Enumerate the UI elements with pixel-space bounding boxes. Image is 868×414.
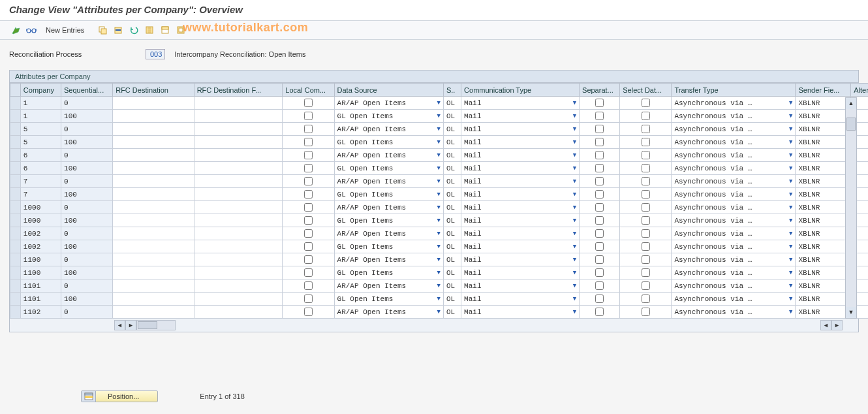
chevron-down-icon[interactable]: ▼ [573,113,576,119]
cell-separ[interactable] [580,188,620,201]
cell-rfcdestf[interactable] [194,188,283,201]
seldat-checkbox[interactable] [642,255,650,264]
chevron-down-icon[interactable]: ▼ [437,257,441,263]
chevron-down-icon[interactable]: ▼ [789,126,792,133]
col-alt[interactable]: Alternativ... [851,84,868,97]
cell-datasrc[interactable]: GL Open Items▼ [334,293,443,306]
cell-rfcdest[interactable] [113,240,194,253]
cell-separ[interactable] [580,136,620,149]
local-checkbox[interactable] [304,125,313,133]
cell-company[interactable]: 1102 [20,306,61,319]
chevron-down-icon[interactable]: ▼ [789,217,792,224]
chevron-down-icon[interactable]: ▼ [789,309,792,315]
local-checkbox[interactable] [304,216,313,225]
row-selector[interactable] [10,188,21,201]
cell-rfcdestf[interactable] [194,162,283,175]
chevron-down-icon[interactable]: ▼ [573,191,576,198]
position-button[interactable]: Position... [81,390,158,402]
cell-s[interactable]: OL [443,201,461,214]
chevron-down-icon[interactable]: ▼ [437,309,441,315]
cell-seq[interactable]: 0 [61,253,113,266]
cell-seldat[interactable] [620,110,672,123]
table-row[interactable]: 6100GL Open Items▼OLMail▼Asynchronous vi… [10,162,869,175]
cell-separ[interactable] [580,162,620,175]
cell-seldat[interactable] [620,201,672,214]
cell-datasrc[interactable]: AR/AP Open Items▼ [334,175,443,188]
cell-sender[interactable]: XBLNR [796,97,851,110]
scroll-up-icon[interactable]: ▲ [846,98,856,109]
cell-company[interactable]: 1000 [20,214,61,227]
seldat-checkbox[interactable] [642,125,650,133]
cell-company[interactable]: 5 [20,123,61,136]
cell-rfcdestf[interactable] [194,240,283,253]
chevron-down-icon[interactable]: ▼ [573,283,576,289]
cell-rfcdest[interactable] [113,175,194,188]
table-row[interactable]: 10AR/AP Open Items▼OLMail▼Asynchronous v… [10,97,869,110]
chevron-down-icon[interactable]: ▼ [573,178,576,185]
cell-company[interactable]: 1 [20,110,61,123]
cell-separ[interactable] [580,279,620,293]
table-row[interactable]: 1100100GL Open Items▼OLMail▼Asynchronous… [10,266,869,279]
cell-s[interactable]: OL [443,136,461,149]
local-checkbox[interactable] [304,112,313,120]
row-selector[interactable] [10,149,21,162]
cell-local[interactable] [283,266,334,279]
seldat-checkbox[interactable] [642,281,650,290]
cell-datasrc[interactable]: GL Open Items▼ [334,110,443,123]
cell-separ[interactable] [580,175,620,188]
local-checkbox[interactable] [304,295,313,303]
chevron-down-icon[interactable]: ▼ [789,204,792,211]
cell-rfcdestf[interactable] [194,253,283,266]
cell-comm[interactable]: Mail▼ [461,266,580,279]
vertical-scrollbar[interactable]: ▲ ▼ [845,97,857,319]
cell-rfcdest[interactable] [113,214,194,227]
chevron-down-icon[interactable]: ▼ [573,100,576,106]
cell-seq[interactable]: 100 [61,110,113,123]
local-checkbox[interactable] [304,242,313,251]
scroll-down-icon[interactable]: ▼ [846,307,856,318]
cell-sender[interactable]: XBLNR [796,123,851,136]
cell-seldat[interactable] [620,97,672,110]
cell-seldat[interactable] [620,136,672,149]
cell-separ[interactable] [580,123,620,136]
cell-comm[interactable]: Mail▼ [461,136,580,149]
cell-separ[interactable] [580,110,620,123]
row-selector[interactable] [10,136,21,149]
cell-local[interactable] [283,188,334,201]
row-selector[interactable] [10,123,21,136]
cell-rfcdest[interactable] [113,110,194,123]
col-selector[interactable] [10,84,21,97]
cell-s[interactable]: OL [443,214,461,227]
cell-seq[interactable]: 0 [61,227,113,240]
cell-sender[interactable]: XBLNR [796,240,851,253]
seldat-checkbox[interactable] [642,229,650,238]
cell-trans[interactable]: Asynchronous via …▼ [672,175,796,188]
cell-separ[interactable] [580,97,620,110]
chevron-down-icon[interactable]: ▼ [789,231,792,237]
cell-datasrc[interactable]: AR/AP Open Items▼ [334,201,443,214]
cell-rfcdest[interactable] [113,201,194,214]
separ-checkbox[interactable] [595,151,604,159]
cell-rfcdestf[interactable] [194,175,283,188]
cell-rfcdestf[interactable] [194,306,283,319]
chevron-down-icon[interactable]: ▼ [437,217,441,224]
copy-icon[interactable] [96,24,109,37]
cell-s[interactable]: OL [443,227,461,240]
cell-company[interactable]: 1100 [20,266,61,279]
col-seldat[interactable]: Select Dat... [620,84,672,97]
table-row[interactable]: 10000AR/AP Open Items▼OLMail▼Asynchronou… [10,201,869,214]
chevron-down-icon[interactable]: ▼ [789,100,792,106]
cell-seldat[interactable] [620,123,672,136]
chevron-down-icon[interactable]: ▼ [573,257,576,263]
cell-comm[interactable]: Mail▼ [461,110,580,123]
row-selector[interactable] [10,279,21,293]
cell-s[interactable]: OL [443,110,461,123]
cell-seldat[interactable] [620,162,672,175]
hscroll-right2-icon[interactable]: ► [831,320,843,330]
select-all-icon[interactable] [143,24,156,37]
cell-separ[interactable] [580,266,620,279]
chevron-down-icon[interactable]: ▼ [573,296,576,302]
cell-rfcdestf[interactable] [194,266,283,279]
col-company[interactable]: Company [20,84,61,97]
cell-local[interactable] [283,97,334,110]
